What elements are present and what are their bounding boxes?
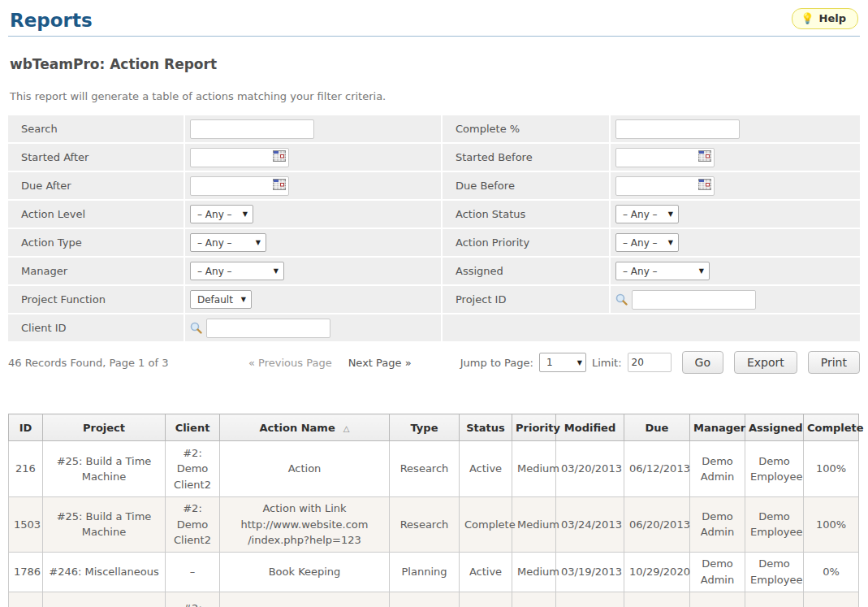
complete-pct-input[interactable]: [615, 119, 740, 139]
cell-id: 1503: [9, 497, 43, 553]
cell-type: Research: [390, 497, 460, 553]
chevron-down-icon: ▼: [577, 359, 582, 366]
chevron-down-icon: ▼: [256, 239, 261, 246]
calendar-icon[interactable]: [273, 150, 286, 162]
column-header-project[interactable]: Project: [43, 414, 166, 441]
chevron-down-icon: ▼: [668, 210, 673, 218]
filter-form: Search Complete % Started After Started …: [8, 115, 860, 341]
cell-type: Planning: [390, 552, 460, 592]
client-id-input[interactable]: [206, 319, 330, 338]
action-priority-select[interactable]: – Any –▼: [615, 233, 679, 252]
cell-manager: Demo Admin: [690, 592, 745, 607]
chevron-down-icon: ▼: [668, 239, 673, 246]
cell-action-name: Action with Link http://www.website.com …: [220, 497, 390, 553]
table-row: 1786#246: Miscellaneous–Book KeepingPlan…: [9, 552, 859, 592]
help-button[interactable]: 💡 Help: [792, 8, 858, 29]
project-id-input[interactable]: [632, 290, 756, 310]
filter-empty-cell: [443, 314, 860, 341]
cell-status: Complete: [460, 592, 512, 607]
go-button[interactable]: Go: [682, 351, 723, 374]
action-type-label: Action Type: [8, 229, 184, 256]
cell-complete: 100%: [804, 592, 859, 607]
table-row: 216#25: Build a Time Machine#2: Demo Cli…: [9, 441, 859, 497]
report-description: This report will generate a table of act…: [10, 90, 858, 102]
cell-modified: 03/24/2013: [556, 592, 624, 607]
cell-manager: Demo Admin: [690, 497, 745, 553]
cell-client: #2: Demo Client2: [166, 592, 220, 607]
due-after-label: Due After: [8, 172, 184, 199]
column-header-complete[interactable]: Complete: [804, 414, 859, 441]
calendar-icon[interactable]: [698, 150, 711, 162]
cell-status: Active: [460, 441, 512, 497]
manager-select[interactable]: – Any –▼: [190, 262, 284, 280]
action-status-label: Action Status: [443, 201, 609, 228]
next-page-link[interactable]: Next Page »: [348, 357, 412, 369]
search-label: Search: [8, 115, 184, 142]
manager-label: Manager: [8, 258, 184, 284]
cell-project: #25: Build a Time Machine: [43, 497, 166, 553]
calendar-icon[interactable]: [698, 179, 711, 190]
search-input[interactable]: [190, 119, 314, 139]
column-header-action-name[interactable]: Action Name△: [220, 414, 390, 441]
cell-due: 06/12/2013: [624, 441, 690, 497]
started-after-label: Started After: [8, 144, 184, 171]
cell-modified: 03/24/2013: [556, 497, 624, 553]
cell-modified: 03/20/2013: [556, 441, 624, 497]
column-header-client[interactable]: Client: [166, 414, 220, 441]
help-button-label: Help: [819, 12, 846, 24]
limit-label: Limit:: [592, 357, 622, 369]
print-button[interactable]: Print: [808, 351, 860, 374]
assigned-select[interactable]: – Any –▼: [615, 262, 710, 280]
calendar-icon[interactable]: [273, 179, 286, 190]
chevron-down-icon: ▼: [274, 267, 279, 275]
column-header-manager[interactable]: Manager: [690, 414, 745, 441]
column-header-modified[interactable]: Modified: [556, 414, 624, 441]
records-summary: 46 Records Found, Page 1 of 3: [8, 357, 248, 369]
chevron-down-icon: ▼: [243, 210, 248, 218]
report-table: IDProjectClientAction Name△TypeStatusPri…: [8, 414, 859, 607]
column-header-id[interactable]: ID: [9, 414, 43, 441]
project-id-label: Project ID: [443, 286, 609, 313]
export-button[interactable]: Export: [734, 351, 797, 374]
column-header-type[interactable]: Type: [390, 414, 460, 441]
cell-assigned: Demo Employee: [745, 552, 804, 592]
jump-to-page-select[interactable]: 1▼: [539, 353, 586, 372]
previous-page-link[interactable]: « Previous Page: [248, 357, 332, 369]
table-row: 1503#25: Build a Time Machine#2: Demo Cl…: [9, 497, 859, 553]
sort-ascending-icon: △: [343, 424, 350, 433]
column-header-priority[interactable]: Priority: [512, 414, 556, 441]
cell-action-name: Book Keeping: [220, 552, 390, 592]
pagination-bar: 46 Records Found, Page 1 of 3 « Previous…: [8, 345, 860, 379]
magnifier-icon[interactable]: [615, 293, 628, 306]
cell-complete: 100%: [804, 441, 859, 497]
project-function-select[interactable]: Default▼: [190, 290, 252, 309]
action-level-select[interactable]: – Any –▼: [190, 205, 253, 223]
project-function-label: Project Function: [8, 286, 184, 313]
cell-id: 1846: [9, 592, 43, 607]
page-title: Reports: [10, 10, 860, 31]
client-id-label: Client ID: [8, 314, 184, 341]
page-header: Reports 💡 Help: [8, 0, 860, 37]
lightbulb-icon: 💡: [801, 13, 814, 24]
action-type-select[interactable]: – Any –▼: [190, 233, 266, 252]
cell-assigned: Demo Employee: [745, 592, 804, 607]
complete-pct-label: Complete %: [443, 115, 609, 142]
table-header-row: IDProjectClientAction Name△TypeStatusPri…: [9, 414, 859, 441]
cell-due: 10/29/2020: [624, 552, 690, 592]
action-level-label: Action Level: [8, 201, 184, 228]
assigned-label: Assigned: [443, 258, 609, 284]
cell-project: #25: Build a Time Machine: [43, 441, 166, 497]
limit-input[interactable]: [628, 353, 672, 372]
column-header-status[interactable]: Status: [460, 414, 512, 441]
magnifier-icon[interactable]: [190, 322, 202, 334]
cell-priority: Medium: [512, 552, 556, 592]
cell-id: 216: [9, 441, 43, 497]
cell-manager: Demo Admin: [690, 441, 745, 497]
cell-manager: Demo Admin: [690, 552, 745, 592]
column-header-due[interactable]: Due: [624, 414, 690, 441]
action-status-select[interactable]: – Any –▼: [615, 205, 679, 223]
chevron-down-icon: ▼: [699, 267, 704, 275]
column-header-assigned[interactable]: Assigned: [745, 414, 804, 441]
table-row: 1846#25: Build a Time Machine#2: Demo Cl…: [9, 592, 859, 607]
cell-modified: 03/19/2013: [556, 552, 624, 592]
